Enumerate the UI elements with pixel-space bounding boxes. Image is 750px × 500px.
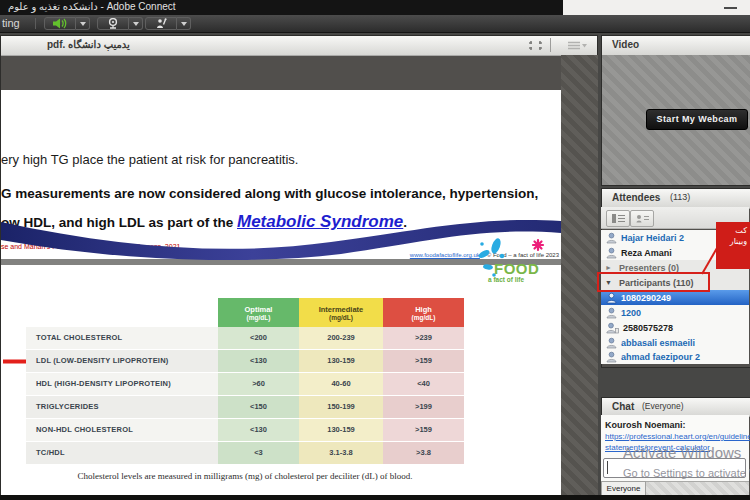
text-cursor xyxy=(607,461,608,474)
card-view-icon xyxy=(636,214,649,223)
table-cell: 40-60 xyxy=(299,373,383,396)
table-row-label: NON-HDL CHOLESTEROL xyxy=(26,419,218,442)
webcam-dropdown[interactable] xyxy=(129,17,143,30)
table-cell: 130-159 xyxy=(299,350,383,373)
meeting-toolbar: ting xyxy=(0,15,750,33)
table-header-high: High (mg/dL) xyxy=(383,298,464,327)
chat-link-line1[interactable]: https://professional.heart.org/en/guidel… xyxy=(605,432,750,441)
person-icon xyxy=(606,232,617,244)
status-dropdown[interactable] xyxy=(177,17,191,30)
status-button-group xyxy=(145,17,191,30)
table-row-label: HDL (HIGH-DENSITY LIPOPROTEIN) xyxy=(26,373,218,396)
attendee-name: Reza Amani xyxy=(621,248,672,258)
pdf-page[interactable]: ery high TG place the patient at risk fo… xyxy=(1,90,561,500)
pod-menu-icon[interactable] xyxy=(568,41,588,50)
speaker-icon xyxy=(53,18,67,29)
table-cell: <130 xyxy=(218,419,299,442)
adobe-connect-window: دانشکده تغذیه و علوم - Adobe Connect tin… xyxy=(0,0,750,500)
header-divider xyxy=(550,38,551,52)
attendees-pod-header[interactable]: Attendees (113) xyxy=(602,189,750,209)
header-label: High xyxy=(415,305,432,314)
chevron-right-icon: ► xyxy=(605,264,612,271)
fullscreen-icon[interactable] xyxy=(528,40,543,51)
chat-sender: Kourosh Noemani: xyxy=(605,420,686,430)
attendee-name: 1200 xyxy=(621,308,641,318)
table-row-label: TRIGLYCERIDES xyxy=(26,396,218,419)
table-cell: >60 xyxy=(218,373,299,396)
table-cell: <150 xyxy=(218,396,299,419)
table-cell: 3.1-3.8 xyxy=(299,442,383,465)
slide-text-line2: G measurements are now considered along … xyxy=(1,186,538,201)
activate-windows-watermark-line2: Go to Settings to activate W xyxy=(623,467,750,479)
person-icon xyxy=(606,307,617,319)
minimize-icon[interactable] xyxy=(724,7,737,9)
header-label: Optimal xyxy=(245,305,273,314)
background-window-corner xyxy=(563,0,750,15)
webcam-button[interactable] xyxy=(97,17,129,30)
list-view-icon xyxy=(612,214,625,223)
table-cell: >159 xyxy=(383,419,464,442)
annotation-line1: کت xyxy=(716,225,747,236)
header-unit: (mg/dL) xyxy=(329,314,353,321)
webcam-button-group xyxy=(97,17,143,30)
person-icon xyxy=(606,337,617,349)
table-cell: 130-159 xyxy=(299,419,383,442)
attendee-row[interactable]: ahmad faezipour 2 xyxy=(601,350,749,364)
chevron-down-icon xyxy=(133,22,139,26)
chevron-down-icon xyxy=(80,22,86,26)
list-view-button[interactable] xyxy=(606,210,630,227)
speaker-button-group xyxy=(44,17,90,30)
chat-scope: (Everyone) xyxy=(642,401,684,411)
speaker-dropdown[interactable] xyxy=(76,17,90,30)
table-cell: >199 xyxy=(383,396,464,419)
attendee-name: ahmad faezipour 2 xyxy=(621,352,700,362)
attendee-row[interactable]: 2580575278 xyxy=(601,320,749,335)
chat-pod-title: Chat xyxy=(612,401,634,412)
annotation-line2: وبینار xyxy=(716,236,747,247)
food-logo-tagline: a fact of life xyxy=(488,276,524,283)
table-cell: >239 xyxy=(383,327,464,350)
raise-hand-icon xyxy=(155,18,167,29)
attendee-name: abbasali esmaeili xyxy=(621,338,695,348)
share-pod: pdf. یدمیپ دانشگاه ery high TG place the… xyxy=(0,35,598,497)
table-header-intermediate: Intermediate (mg/dL) xyxy=(299,298,383,327)
meeting-menu[interactable]: ting xyxy=(2,17,20,29)
card-view-button[interactable] xyxy=(630,210,654,227)
header-unit: (mg/dL) xyxy=(412,314,436,321)
table-cell: <130 xyxy=(218,350,299,373)
person-icon xyxy=(606,292,617,304)
annotation-rect xyxy=(597,272,710,292)
group-label: Presenters (0) xyxy=(619,263,679,273)
raise-hand-button[interactable] xyxy=(145,17,177,30)
video-pod-header[interactable]: Video xyxy=(602,36,750,56)
table-cell: <3 xyxy=(218,442,299,465)
header-label: Intermediate xyxy=(319,305,364,314)
speaker-button[interactable] xyxy=(44,17,76,30)
chevron-down-icon xyxy=(181,22,187,26)
table-header-optimal: Optimal (mg/dL) xyxy=(218,298,299,327)
share-pod-background xyxy=(561,55,598,496)
attendee-row[interactable]: abbasali esmaeili xyxy=(601,335,749,350)
table-row-label: LDL (LOW-DENSITY LIPOPROTEIN) xyxy=(26,350,218,373)
attendee-name: 2580575278 xyxy=(623,323,673,333)
table-row-label: TC/HDL xyxy=(26,442,218,465)
table-row-label: TOTAL CHOLESTEROL xyxy=(26,327,218,350)
food-logo: FOOD a fact of life xyxy=(474,234,554,296)
table-caption: Cholesterol levels are measured in milli… xyxy=(26,471,464,481)
attendee-name: Hajar Heidari 2 xyxy=(621,233,684,243)
attendee-row-selected[interactable]: 1080290249 xyxy=(601,290,749,305)
attendee-row[interactable]: 1200 xyxy=(601,305,749,320)
annotation-note: کت وبینار xyxy=(716,222,750,269)
share-pod-header[interactable]: pdf. یدمیپ دانشگاه xyxy=(1,36,597,56)
toolbar-divider xyxy=(35,18,36,29)
share-pod-title: pdf. یدمیپ دانشگاه xyxy=(47,39,130,50)
attendee-name: 1080290249 xyxy=(621,293,671,303)
table-cell: 150-199 xyxy=(299,396,383,419)
table-cell: <200 xyxy=(218,327,299,350)
table-cell: >159 xyxy=(383,350,464,373)
attendees-pod-title: Attendees xyxy=(612,192,660,203)
start-webcam-button[interactable]: Start My Webcam xyxy=(646,109,748,130)
person-icon xyxy=(606,351,617,363)
table-cell: 200-239 xyxy=(299,327,383,350)
video-pod-title: Video xyxy=(612,39,639,50)
